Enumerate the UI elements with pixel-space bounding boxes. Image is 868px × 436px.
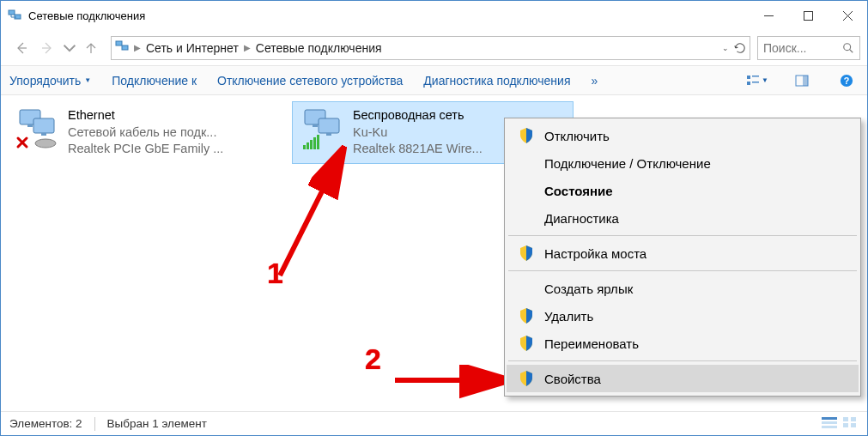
view-details-icon[interactable] bbox=[821, 415, 838, 432]
wifi-adapter-icon bbox=[300, 107, 344, 152]
svg-rect-20 bbox=[33, 118, 54, 133]
command-toolbar: Упорядочить▼ Подключение к Отключение се… bbox=[1, 66, 867, 95]
minimize-button[interactable] bbox=[749, 1, 788, 30]
menu-item-bridge[interactable]: Настройка моста bbox=[507, 239, 859, 267]
svg-rect-33 bbox=[317, 135, 319, 149]
menu-separator bbox=[508, 270, 857, 271]
view-large-icon[interactable] bbox=[841, 415, 859, 432]
shield-icon bbox=[519, 128, 534, 143]
menu-item-connect-disconnect[interactable]: Подключение / Отключение bbox=[507, 149, 859, 177]
nav-history-dropdown[interactable] bbox=[63, 35, 76, 61]
search-input[interactable]: Поиск... bbox=[757, 36, 860, 60]
svg-point-24 bbox=[35, 139, 56, 148]
ethernet-adapter-icon bbox=[15, 107, 59, 152]
svg-rect-31 bbox=[310, 140, 313, 149]
svg-rect-43 bbox=[843, 423, 848, 427]
svg-rect-42 bbox=[851, 417, 856, 421]
svg-rect-28 bbox=[326, 133, 331, 136]
diagnose-button[interactable]: Диагностика подключения bbox=[423, 74, 570, 88]
connection-device: Realtek PCIe GbE Family ... bbox=[68, 141, 223, 158]
chevron-down-icon[interactable]: ⌄ bbox=[722, 44, 729, 52]
svg-line-9 bbox=[850, 49, 853, 52]
chevron-down-icon: ▼ bbox=[762, 76, 768, 84]
svg-rect-10 bbox=[747, 76, 750, 79]
nav-up-button[interactable] bbox=[78, 35, 104, 61]
breadcrumb-seg2[interactable]: Сетевые подключения bbox=[256, 41, 382, 55]
menu-item-delete[interactable]: Удалить bbox=[507, 302, 859, 330]
menu-separator bbox=[508, 360, 857, 361]
help-button[interactable]: ? bbox=[835, 74, 859, 88]
svg-rect-41 bbox=[843, 417, 848, 421]
svg-rect-19 bbox=[27, 124, 33, 127]
app-icon bbox=[8, 9, 21, 22]
close-button[interactable] bbox=[828, 1, 867, 30]
annotation-number-1: 1 bbox=[267, 257, 283, 290]
svg-rect-11 bbox=[752, 76, 759, 77]
svg-rect-6 bbox=[116, 41, 122, 45]
maximize-button[interactable] bbox=[788, 1, 828, 30]
chevron-right-icon: ▶ bbox=[244, 43, 251, 52]
connection-status: Сетевой кабель не подк... bbox=[68, 124, 223, 142]
refresh-icon[interactable] bbox=[734, 42, 746, 54]
svg-line-35 bbox=[280, 155, 340, 276]
status-selected: Выбран 1 элемент bbox=[107, 417, 207, 430]
status-element-count: Элементов: 2 bbox=[9, 417, 82, 430]
status-bar: Элементов: 2 Выбран 1 элемент bbox=[1, 411, 867, 435]
menu-item-state[interactable]: Состояние bbox=[507, 177, 859, 204]
svg-rect-12 bbox=[747, 82, 750, 85]
nav-back-button[interactable] bbox=[8, 35, 33, 61]
svg-rect-39 bbox=[822, 421, 837, 424]
address-bar[interactable]: ▶ Сеть и Интернет ▶ Сетевые подключения … bbox=[111, 36, 750, 60]
preview-pane-button[interactable] bbox=[790, 74, 814, 88]
connection-name: Беспроводная сеть bbox=[353, 107, 483, 124]
overflow-button[interactable]: » bbox=[591, 74, 598, 88]
menu-item-shortcut[interactable]: Создать ярлык bbox=[507, 275, 859, 302]
status-separator bbox=[94, 417, 95, 431]
breadcrumb-seg1[interactable]: Сеть и Интернет bbox=[146, 41, 239, 55]
organize-button[interactable]: Упорядочить▼ bbox=[9, 74, 91, 88]
shield-icon bbox=[519, 308, 534, 324]
shield-icon bbox=[519, 371, 534, 386]
disable-device-button[interactable]: Отключение сетевого устройства bbox=[217, 74, 403, 88]
svg-rect-7 bbox=[122, 45, 128, 50]
svg-text:?: ? bbox=[844, 75, 850, 85]
menu-item-disable[interactable]: Отключить bbox=[507, 122, 859, 149]
connection-status: Ku-Ku bbox=[353, 124, 483, 142]
svg-rect-30 bbox=[307, 142, 309, 149]
menu-item-rename[interactable]: Переименовать bbox=[507, 330, 859, 357]
shield-icon bbox=[519, 245, 534, 261]
annotation-number-2: 2 bbox=[365, 342, 381, 376]
network-connections-window: Сетевые подключения ▶ Сеть и Интернет ▶ … bbox=[0, 0, 868, 436]
annotation-arrow-2 bbox=[391, 368, 511, 394]
breadcrumb-icon bbox=[115, 39, 129, 56]
connection-device: Realtek 8821AE Wire... bbox=[353, 141, 483, 158]
window-title: Сетевые подключения bbox=[28, 9, 749, 22]
svg-rect-0 bbox=[9, 10, 15, 15]
menu-separator bbox=[508, 235, 857, 236]
chevron-down-icon: ▼ bbox=[84, 76, 91, 84]
context-menu: Отключить Подключение / Отключение Состо… bbox=[504, 118, 861, 397]
annotation-arrow-1 bbox=[258, 147, 370, 284]
menu-item-properties[interactable]: Свойства bbox=[507, 365, 859, 392]
svg-rect-32 bbox=[313, 137, 316, 149]
svg-rect-38 bbox=[822, 417, 837, 420]
menu-item-diagnostics[interactable]: Диагностика bbox=[507, 204, 859, 232]
svg-rect-13 bbox=[752, 82, 759, 83]
search-placeholder: Поиск... bbox=[763, 41, 837, 55]
svg-rect-15 bbox=[803, 76, 808, 86]
view-options-button[interactable]: ▼ bbox=[745, 74, 769, 88]
nav-forward-button[interactable] bbox=[35, 35, 61, 61]
nav-arrows bbox=[8, 35, 104, 61]
connect-to-button[interactable]: Подключение к bbox=[112, 74, 197, 88]
titlebar: Сетевые подключения bbox=[1, 1, 867, 30]
connection-ethernet[interactable]: Ethernet Сетевой кабель не подк... Realt… bbox=[8, 102, 288, 163]
navbar: ▶ Сеть и Интернет ▶ Сетевые подключения … bbox=[1, 30, 867, 66]
svg-rect-40 bbox=[822, 426, 837, 428]
svg-rect-21 bbox=[41, 133, 46, 136]
chevron-right-icon: ▶ bbox=[134, 43, 141, 52]
svg-rect-3 bbox=[804, 11, 812, 20]
search-icon bbox=[842, 42, 854, 54]
svg-rect-44 bbox=[851, 423, 856, 427]
svg-point-8 bbox=[844, 43, 851, 50]
svg-rect-29 bbox=[303, 145, 306, 149]
